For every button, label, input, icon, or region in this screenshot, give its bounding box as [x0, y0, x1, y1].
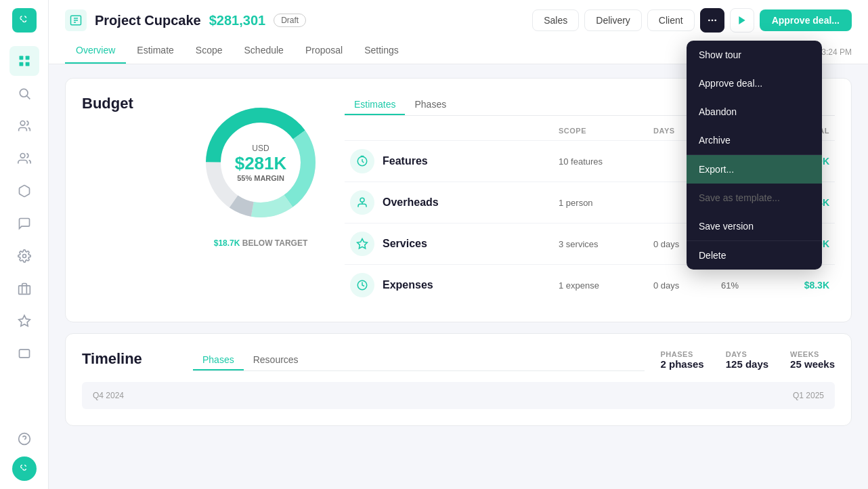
- svg-point-6: [20, 121, 25, 126]
- stat-phases-value: 2 phases: [661, 358, 704, 370]
- donut-center: USD $281K 55% MARGIN: [235, 144, 287, 182]
- sidebar-logo[interactable]: [12, 8, 37, 33]
- svg-point-7: [20, 154, 25, 158]
- sidebar-item-search[interactable]: [9, 79, 39, 108]
- tab-overview[interactable]: Overview: [65, 38, 126, 64]
- features-icon: [350, 149, 374, 173]
- sidebar-item-grid[interactable]: [9, 46, 39, 76]
- budget-title: Budget: [82, 95, 177, 112]
- sidebar-item-team[interactable]: [9, 144, 39, 173]
- sidebar-avatar[interactable]: [12, 456, 37, 481]
- sidebar-item-people[interactable]: [9, 111, 39, 141]
- timeline-stats: PHASES 2 phases DAYS 125 days WEEKS 25 w…: [661, 350, 836, 370]
- play-button[interactable]: [730, 8, 754, 33]
- overheads-scope: 1 person: [559, 198, 653, 208]
- services-icon: [350, 232, 374, 256]
- svg-rect-1: [25, 56, 29, 60]
- sidebar-bottom: [9, 424, 39, 481]
- sales-tab-button[interactable]: Sales: [532, 9, 579, 31]
- main-content: Project Cupcake $281,301 Draft Sales Del…: [49, 0, 868, 489]
- svg-point-18: [708, 20, 710, 22]
- dropdown-abandon[interactable]: Abandon: [687, 98, 822, 126]
- timeline-tab-resources[interactable]: Resources: [244, 350, 308, 370]
- dropdown-save-template: Save as template...: [687, 184, 822, 212]
- tab-scope[interactable]: Scope: [185, 38, 234, 64]
- dropdown-save-version[interactable]: Save version: [687, 212, 822, 240]
- timeline-header: Timeline Phases Resources PHASES 2 phase…: [82, 350, 835, 382]
- draft-badge: Draft: [274, 14, 306, 27]
- svg-rect-11: [19, 349, 29, 358]
- tab-proposal[interactable]: Proposal: [295, 38, 353, 64]
- stat-days-value: 125 days: [726, 358, 768, 370]
- approve-deal-button[interactable]: Approve deal...: [760, 9, 852, 31]
- expenses-days: 0 days: [653, 280, 721, 291]
- svg-rect-0: [19, 56, 23, 60]
- dropdown-archive[interactable]: Archive: [687, 126, 822, 154]
- table-row: Expenses 1 expense 0 days 61% $8.3K: [345, 264, 835, 305]
- tab-settings[interactable]: Settings: [353, 38, 410, 64]
- sub-tab-phases[interactable]: Phases: [405, 95, 456, 115]
- donut-margin: 55% MARGIN: [235, 174, 287, 182]
- row-name-cell-expenses: Expenses: [350, 273, 559, 297]
- project-amount: $281,301: [209, 13, 265, 28]
- features-name: Features: [383, 155, 428, 167]
- header: Project Cupcake $281,301 Draft Sales Del…: [49, 0, 868, 64]
- sub-tab-estimates[interactable]: Estimates: [345, 95, 405, 115]
- row-name-cell-features: Features: [350, 149, 559, 173]
- timeline-sub-tab-bar: Phases Resources: [193, 350, 645, 371]
- expenses-margin: 61%: [721, 280, 775, 291]
- row-name-cell-services: Services: [350, 232, 559, 256]
- stat-weeks: WEEKS 25 weeks: [790, 350, 835, 370]
- more-options-button[interactable]: [700, 8, 724, 33]
- sidebar-item-magic[interactable]: [9, 306, 39, 336]
- tab-estimate[interactable]: Estimate: [126, 38, 184, 64]
- expenses-scope: 1 expense: [559, 280, 653, 291]
- chart-label-q4: Q4 2024: [93, 391, 124, 400]
- budget-donut: USD $281K 55% MARGIN: [193, 95, 328, 230]
- overheads-icon: [350, 190, 374, 215]
- delivery-tab-button[interactable]: Delivery: [584, 9, 642, 31]
- overheads-name: Overheads: [383, 196, 439, 209]
- budget-donut-container: USD $281K 55% MARGIN $18.7K BELOW TARGET: [193, 95, 328, 248]
- timeline-card: Timeline Phases Resources PHASES 2 phase…: [65, 333, 852, 426]
- stat-weeks-label: WEEKS: [790, 350, 835, 358]
- svg-line-5: [26, 96, 30, 100]
- sidebar-item-help[interactable]: [9, 424, 39, 454]
- sidebar-item-cube[interactable]: [9, 176, 39, 206]
- col-scope: SCOPE: [559, 127, 653, 135]
- stat-days-label: DAYS: [726, 350, 768, 358]
- budget-left: Budget: [82, 95, 177, 112]
- sidebar-item-building[interactable]: [9, 274, 39, 303]
- sidebar-item-settings[interactable]: [9, 241, 39, 271]
- expenses-icon: [350, 273, 374, 297]
- dropdown-approve-deal[interactable]: Approve deal...: [687, 69, 822, 98]
- svg-marker-10: [18, 316, 30, 326]
- features-scope: 10 features: [559, 156, 653, 167]
- header-top: Project Cupcake $281,301 Draft Sales Del…: [65, 0, 852, 38]
- timeline-tab-phases[interactable]: Phases: [193, 350, 244, 370]
- stat-phases-label: PHASES: [661, 350, 704, 358]
- row-name-cell-overheads: Overheads: [350, 190, 559, 215]
- client-tab-button[interactable]: Client: [647, 9, 695, 31]
- timeline-sub-tabs: Phases Resources: [193, 350, 645, 382]
- sidebar-item-layers[interactable]: [9, 339, 39, 368]
- stat-days: DAYS 125 days: [726, 350, 768, 370]
- below-target-label: BELOW TARGET: [242, 238, 307, 248]
- below-target: $18.7K BELOW TARGET: [214, 238, 307, 248]
- sidebar: [0, 0, 49, 489]
- tab-schedule[interactable]: Schedule: [234, 38, 295, 64]
- dropdown-delete[interactable]: Delete: [687, 241, 822, 270]
- donut-amount: $281K: [235, 153, 287, 174]
- svg-rect-9: [18, 286, 30, 295]
- dropdown-export[interactable]: Export...: [687, 155, 822, 184]
- sidebar-item-chat[interactable]: [9, 209, 39, 238]
- below-target-amount: $18.7K: [214, 238, 240, 248]
- dropdown-show-tour[interactable]: Show tour: [687, 41, 822, 69]
- timeline-title: Timeline: [82, 350, 177, 368]
- services-scope: 3 services: [559, 239, 653, 249]
- col-name: [350, 127, 559, 135]
- dropdown-menu: Show tour Approve deal... Abandon Archiv…: [687, 41, 822, 270]
- stat-phases: PHASES 2 phases: [661, 350, 704, 370]
- svg-marker-21: [739, 16, 745, 24]
- nav-tabs: Overview Estimate Scope Schedule Proposa…: [65, 38, 410, 64]
